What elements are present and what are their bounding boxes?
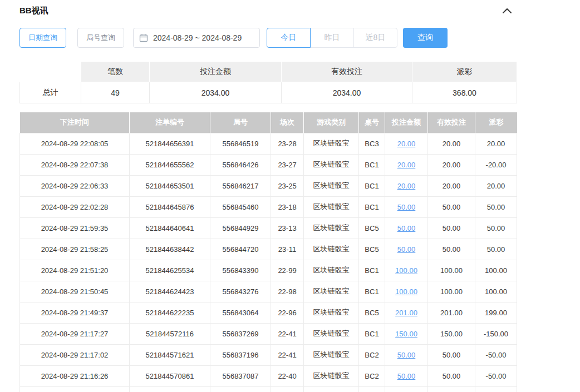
bet-amount-link[interactable]: 100.00 [395, 287, 417, 296]
cell-order-no: 521844570861 [130, 365, 210, 386]
cell-order-no: 521844624423 [130, 281, 210, 302]
table-row-partial [20, 386, 517, 392]
col-header-table-no: 桌号 [359, 112, 385, 133]
cell-table-no: BC1 [359, 260, 385, 281]
bet-amount-link[interactable]: 50.00 [397, 203, 416, 211]
cell-valid-bet: 50.00 [428, 217, 475, 239]
col-header-round-no: 局号 [210, 112, 271, 133]
summary-total-label: 总计 [20, 82, 81, 103]
cell-game-type: 区块链骰宝 [304, 217, 359, 239]
bet-amount-link[interactable]: 20.00 [397, 140, 416, 148]
bet-amount-link[interactable]: 150.00 [395, 330, 417, 338]
filter-toolbar: 日期查询 局号查询 2024-08-29 ~ 2024-08-29 今日 昨日 … [19, 28, 536, 48]
cell-order-no: 521844653501 [130, 175, 210, 196]
cell-table-no: BC5 [359, 302, 385, 323]
cell-table-no: BC5 [359, 217, 385, 239]
cell-bet-amount: 201.00 [385, 302, 428, 323]
last-8-days-button[interactable]: 近8日 [353, 28, 397, 48]
bet-amount-link[interactable]: 20.00 [397, 182, 416, 190]
bet-amount-link[interactable]: 50.00 [397, 245, 416, 254]
cell-table-no: BC5 [359, 239, 385, 260]
cell-payout: -50.00 [475, 344, 517, 365]
cell-valid-bet: 150.00 [428, 323, 475, 344]
round-query-tab[interactable]: 局号查询 [77, 28, 124, 48]
summary-total-payout: 368.00 [412, 82, 517, 103]
cell-session: 22-40 [271, 365, 304, 386]
cell-valid-bet: 50.00 [428, 365, 475, 386]
cell-round-no: 556843064 [210, 302, 271, 323]
date-query-tab[interactable]: 日期查询 [19, 28, 66, 48]
cell-session: 23-25 [271, 175, 304, 196]
chevron-up-icon[interactable] [502, 7, 512, 14]
cell-round-no: 556846217 [210, 175, 271, 196]
cell-round-no: 556845460 [210, 196, 271, 217]
bet-amount-link[interactable]: 100.00 [395, 266, 417, 275]
cell-order-no: 521844655562 [130, 154, 210, 175]
search-button[interactable]: 查询 [403, 28, 448, 48]
cell-bet-amount: 20.00 [385, 133, 428, 154]
bet-amount-link[interactable]: 20.00 [397, 161, 416, 169]
cell-payout: 100.00 [475, 260, 517, 281]
cell-valid-bet: 50.00 [428, 239, 475, 260]
cell-table-no: BC1 [359, 196, 385, 217]
col-header-bet-time: 下注时间 [20, 112, 130, 133]
bet-amount-link[interactable]: 201.00 [395, 309, 417, 317]
cell-session: 22-41 [271, 323, 304, 344]
quick-range-group: 今日 昨日 近8日 [267, 28, 397, 48]
bet-table-body: 2024-08-29 22:08:05 521844656391 5568465… [20, 133, 517, 386]
table-row: 2024-08-29 21:17:02 521844571621 5568371… [20, 344, 517, 365]
cell-bet-time: 2024-08-29 22:06:33 [20, 175, 130, 196]
summary-col-valid-bet: 有效投注 [282, 62, 412, 82]
cell-session: 23-13 [271, 217, 304, 239]
col-header-game-type: 游戏类别 [304, 112, 359, 133]
cell-game-type: 区块链骰宝 [304, 133, 359, 154]
summary-header-row: 笔数 投注金额 有效投注 派彩 [20, 62, 517, 82]
cell-payout: 50.00 [475, 217, 517, 239]
cell-game-type: 区块链骰宝 [304, 260, 359, 281]
cell-valid-bet: 20.00 [428, 154, 475, 175]
table-row: 2024-08-29 22:02:28 521844645876 5568454… [20, 196, 517, 217]
cell-bet-amount: 20.00 [385, 175, 428, 196]
cell-bet-amount: 150.00 [385, 323, 428, 344]
cell-order-no: 521844572116 [130, 323, 210, 344]
bet-amount-link[interactable]: 50.00 [397, 224, 416, 232]
cell-order-no: 521844645876 [130, 196, 210, 217]
cell-payout: 20.00 [475, 133, 517, 154]
cell-table-no: BC3 [359, 133, 385, 154]
bet-amount-link[interactable]: 50.00 [397, 351, 416, 359]
summary-table: 笔数 投注金额 有效投注 派彩 总计 49 2034.00 2034.00 36… [19, 61, 517, 103]
cell-bet-amount: 50.00 [385, 239, 428, 260]
date-range-input[interactable]: 2024-08-29 ~ 2024-08-29 [133, 28, 260, 48]
cell-valid-bet: 20.00 [428, 175, 475, 196]
bet-table-partial [20, 386, 517, 392]
cell-session: 22-41 [271, 344, 304, 365]
bb-video-panel: BB视讯 日期查询 局号查询 2024-08-29 ~ 2024-08-29 今… [0, 0, 536, 392]
cell-order-no: 521844638442 [130, 239, 210, 260]
cell-bet-amount: 50.00 [385, 217, 428, 239]
table-row: 2024-08-29 21:50:45 521844624423 5568432… [20, 281, 517, 302]
cell-round-no: 556837196 [210, 344, 271, 365]
cell-valid-bet: 50.00 [428, 344, 475, 365]
cell-valid-bet: 100.00 [428, 281, 475, 302]
cell-bet-time: 2024-08-29 22:07:38 [20, 154, 130, 175]
yesterday-button[interactable]: 昨日 [310, 28, 354, 48]
today-button[interactable]: 今日 [267, 28, 311, 48]
cell-session: 23-11 [271, 239, 304, 260]
cell-table-no: BC1 [359, 323, 385, 344]
cell-game-type: 区块链骰宝 [304, 154, 359, 175]
cell-game-type: 区块链骰宝 [304, 239, 359, 260]
cell-bet-time: 2024-08-29 22:08:05 [20, 133, 130, 154]
cell-round-no: 556837269 [210, 323, 271, 344]
cell-session: 23-18 [271, 196, 304, 217]
table-row: 2024-08-29 21:58:25 521844638442 5568447… [20, 239, 517, 260]
cell-bet-amount: 50.00 [385, 344, 428, 365]
cell-round-no: 556844929 [210, 217, 271, 239]
table-row: 2024-08-29 21:16:26 521844570861 5568370… [20, 365, 517, 386]
table-row: 2024-08-29 21:51:20 521844625534 5568433… [20, 260, 517, 281]
cell-game-type: 区块链骰宝 [304, 302, 359, 323]
cell-payout: 50.00 [475, 239, 517, 260]
cell-bet-amount: 100.00 [385, 260, 428, 281]
cell-table-no: BC1 [359, 175, 385, 196]
bet-amount-link[interactable]: 50.00 [397, 372, 416, 380]
cell-bet-time: 2024-08-29 21:17:27 [20, 323, 130, 344]
